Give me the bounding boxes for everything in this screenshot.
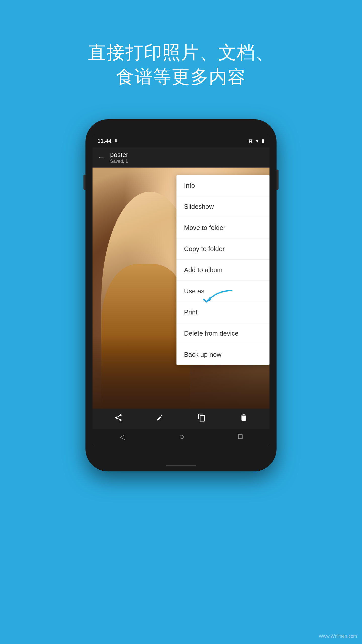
menu-item-print[interactable]: Print: [176, 302, 269, 323]
menu-item-slideshow[interactable]: Slideshow: [176, 196, 269, 217]
app-bar-subtitle: Saved, 1: [110, 159, 264, 164]
app-bar-title: poster: [110, 151, 264, 159]
watermark: Www.Wnimen.com: [319, 634, 357, 639]
bottom-toolbar: [93, 409, 269, 429]
time-display: 11:44: [98, 138, 111, 144]
nav-home-button[interactable]: ○: [179, 432, 185, 441]
context-menu: Info Slideshow Move to folder Copy to fo…: [176, 175, 269, 365]
wifi-icon: ▼: [255, 138, 260, 144]
phone-shell: 11:44 ⬇ ▦ ▼ ▮ ← poster Saved, 1: [85, 119, 277, 471]
power-button[interactable]: [277, 170, 279, 190]
copy-button[interactable]: [198, 413, 206, 424]
menu-item-back-up-now[interactable]: Back up now: [176, 344, 269, 365]
vibrate-icon: ▦: [248, 138, 253, 144]
home-indicator: [166, 465, 196, 466]
menu-item-delete-from-device[interactable]: Delete from device: [176, 323, 269, 344]
phone-wrapper: 11:44 ⬇ ▦ ▼ ▮ ← poster Saved, 1: [85, 119, 277, 471]
headline: 直接打印照片、文档、 食谱等更多内容: [88, 40, 274, 89]
status-bar: 11:44 ⬇ ▦ ▼ ▮: [93, 134, 269, 147]
back-button[interactable]: ←: [98, 153, 105, 162]
menu-item-move-to-folder[interactable]: Move to folder: [176, 217, 269, 238]
photo-background: Info Slideshow Move to folder Copy to fo…: [93, 168, 269, 409]
app-bar-info: poster Saved, 1: [110, 151, 264, 164]
content-area: Info Slideshow Move to folder Copy to fo…: [93, 168, 269, 409]
download-icon: ⬇: [114, 138, 118, 144]
phone-screen: 11:44 ⬇ ▦ ▼ ▮ ← poster Saved, 1: [93, 134, 269, 446]
app-bar: ← poster Saved, 1: [93, 147, 269, 168]
menu-item-info[interactable]: Info: [176, 175, 269, 196]
delete-button[interactable]: [239, 413, 248, 424]
print-arrow-annotation: [197, 288, 237, 311]
menu-item-copy-to-folder[interactable]: Copy to folder: [176, 238, 269, 260]
volume-button[interactable]: [83, 175, 85, 190]
edit-button[interactable]: [156, 413, 164, 424]
nav-recent-button[interactable]: □: [238, 432, 243, 440]
nav-bar: ◁ ○ □: [93, 429, 269, 446]
battery-icon: ▮: [262, 138, 264, 144]
menu-item-add-to-album[interactable]: Add to album: [176, 260, 269, 281]
nav-back-button[interactable]: ◁: [119, 432, 125, 441]
share-button[interactable]: [114, 413, 123, 424]
status-left: 11:44 ⬇: [98, 138, 118, 144]
status-right: ▦ ▼ ▮: [248, 138, 264, 144]
